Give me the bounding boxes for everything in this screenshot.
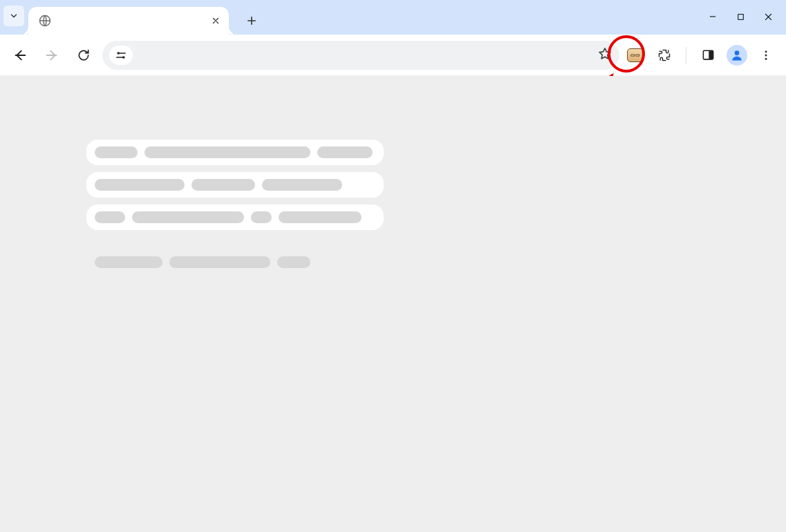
- title-bar: [0, 0, 786, 35]
- skeleton-pill: [95, 179, 185, 191]
- skeleton-pill: [132, 211, 244, 223]
- svg-rect-1: [738, 14, 743, 19]
- side-panel-icon: [702, 48, 715, 61]
- browser-tab[interactable]: [28, 7, 229, 35]
- url-input[interactable]: [138, 49, 592, 61]
- skeleton-pill: [279, 211, 362, 223]
- svg-point-6: [735, 50, 740, 55]
- back-button[interactable]: [7, 42, 33, 68]
- extensions-button[interactable]: [651, 42, 677, 68]
- skeleton-row: [86, 140, 384, 165]
- reload-button[interactable]: [71, 42, 97, 68]
- tab-close-button[interactable]: [211, 16, 221, 26]
- window-close-button[interactable]: [754, 6, 782, 28]
- toolbar: ▭▭: [0, 35, 786, 76]
- skeleton-pill: [277, 256, 310, 268]
- svg-point-8: [765, 54, 767, 56]
- radio-extension-icon: ▭▭: [627, 48, 644, 62]
- person-icon: [730, 48, 744, 62]
- svg-point-2: [117, 52, 120, 55]
- arrow-right-icon: [44, 48, 59, 63]
- forward-button[interactable]: [39, 42, 65, 68]
- arrow-left-icon: [12, 48, 28, 63]
- skeleton-pill: [191, 179, 255, 191]
- chevron-down-icon: [9, 11, 19, 21]
- page-viewport: [0, 76, 786, 532]
- minimize-icon: [708, 12, 718, 21]
- kebab-icon: [760, 49, 772, 61]
- site-settings-chip[interactable]: [109, 46, 133, 65]
- skeleton-row: [86, 172, 384, 198]
- new-tab-button[interactable]: [240, 9, 263, 32]
- skeleton-row: [86, 205, 384, 230]
- skeleton-pill: [317, 146, 373, 158]
- plus-icon: [245, 15, 258, 27]
- side-panel-button[interactable]: [695, 42, 721, 68]
- svg-point-7: [765, 50, 767, 53]
- reload-icon: [77, 48, 91, 62]
- close-icon: [211, 16, 221, 26]
- toolbar-separator: [686, 47, 686, 64]
- window-controls: [699, 0, 786, 28]
- address-bar[interactable]: [102, 41, 619, 70]
- chrome-menu-button[interactable]: [753, 42, 779, 68]
- globe-icon: [38, 14, 52, 28]
- pinned-extension-button[interactable]: ▭▭: [625, 45, 646, 66]
- close-icon: [763, 12, 774, 22]
- skeleton-pill: [95, 211, 125, 223]
- skeleton-row: [86, 249, 384, 275]
- window-minimize-button[interactable]: [699, 6, 727, 28]
- profile-button[interactable]: [727, 45, 747, 66]
- loading-skeleton: [86, 140, 384, 282]
- skeleton-pill: [262, 179, 342, 191]
- skeleton-pill: [169, 256, 270, 268]
- skeleton-pill: [144, 146, 310, 158]
- svg-rect-5: [709, 50, 713, 59]
- svg-point-9: [765, 57, 767, 59]
- skeleton-pill: [251, 211, 272, 223]
- star-icon: [597, 46, 612, 61]
- tabs-search-button[interactable]: [3, 6, 24, 26]
- svg-point-3: [122, 56, 125, 59]
- puzzle-icon: [657, 48, 671, 62]
- window-maximize-button[interactable]: [727, 6, 754, 28]
- skeleton-pill: [95, 256, 162, 268]
- skeleton-pill: [95, 146, 138, 158]
- maximize-icon: [736, 12, 745, 21]
- tune-icon: [115, 50, 127, 60]
- bookmark-button[interactable]: [597, 46, 612, 64]
